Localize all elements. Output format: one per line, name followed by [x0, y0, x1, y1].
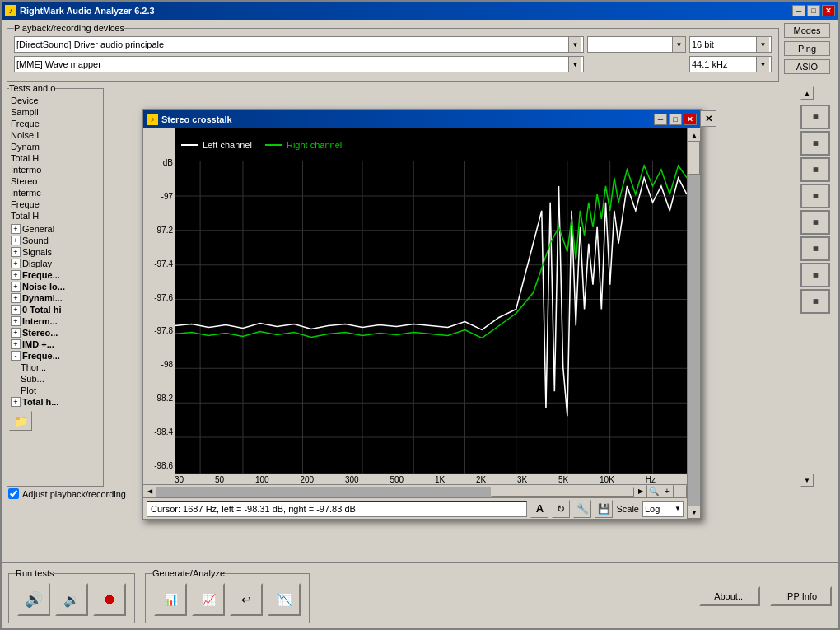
device1-combo[interactable]: [DirectSound] Driver audio principale ▼: [14, 36, 584, 53]
minimize-button[interactable]: ─: [792, 5, 805, 16]
side-btn-6[interactable]: ▦: [800, 236, 830, 261]
right-panel: ▲ ▦ ▦ ▦ ▦ ▦ ▦ ▦ ▦ ▼: [800, 83, 833, 487]
h-scroll-left[interactable]: ◀: [143, 485, 156, 498]
tree-expand-total-h2[interactable]: +: [11, 397, 21, 407]
tree-expand-frequency[interactable]: +: [11, 270, 21, 280]
h-scrollbar[interactable]: ◀ ▶ 🔍 + -: [143, 484, 687, 497]
side-btn-4[interactable]: ▦: [800, 184, 830, 208]
chart-with-yaxis: dB -97 -97.2 -97.4 -97.6 -97.8 -98 -98.2…: [143, 128, 687, 474]
bit-depth-arrow[interactable]: ▼: [756, 37, 769, 52]
about-button[interactable]: About...: [699, 586, 760, 606]
v-scroll-track[interactable]: [688, 142, 700, 506]
tree-signals[interactable]: + Signals: [9, 246, 101, 258]
tree-thor[interactable]: Thor...: [9, 362, 101, 373]
device1-extra-combo[interactable]: ▼: [587, 36, 686, 53]
playback-legend: Playback/recording devices: [14, 23, 124, 33]
intermod-label: Intermo: [11, 165, 41, 175]
tree-expand-sound[interactable]: +: [11, 236, 21, 245]
h-scroll-right[interactable]: ▶: [634, 485, 647, 498]
v-scroll-thumb[interactable]: [688, 142, 700, 175]
tree-stereo[interactable]: + Stereo...: [9, 327, 101, 338]
gen-btn-3[interactable]: ↩: [230, 583, 263, 616]
dialog-minimize-button[interactable]: ─: [654, 114, 667, 125]
sample-rate-arrow[interactable]: ▼: [756, 57, 769, 72]
tree-expand-interm[interactable]: +: [11, 316, 21, 326]
run-btn-2[interactable]: 🔉: [55, 583, 88, 616]
tree-expand-stereo[interactable]: +: [11, 328, 21, 338]
app-title: RightMark Audio Analyzer 6.2.3: [20, 6, 155, 16]
h-scroll-track[interactable]: [156, 487, 634, 497]
v-scroll-down[interactable]: ▼: [688, 506, 701, 519]
adjust-checkbox[interactable]: [8, 488, 19, 499]
dynamic-row: Dynam: [9, 141, 101, 152]
tree-sub[interactable]: Sub...: [9, 373, 101, 385]
save-button[interactable]: 💾: [595, 500, 613, 518]
zoom-out-button[interactable]: -: [674, 485, 687, 498]
tree-total-h[interactable]: + 0 Total hi: [9, 304, 101, 315]
tree-sound[interactable]: + Sound: [9, 235, 101, 246]
close-button[interactable]: ✕: [822, 5, 835, 16]
tree-imd[interactable]: + IMD +...: [9, 338, 101, 350]
legend-left: Left channel: [181, 140, 252, 150]
side-btn-8[interactable]: ▦: [800, 289, 830, 314]
side-btn-3[interactable]: ▦: [800, 157, 830, 182]
tree-plot[interactable]: Plot: [9, 385, 101, 396]
x-label-5k: 5K: [558, 475, 568, 484]
frequency-row: Freque: [9, 118, 101, 129]
title-bar-controls: ─ □ ✕: [792, 5, 835, 16]
h-scroll-thumb[interactable]: [491, 487, 634, 497]
tree-expand-total-h[interactable]: +: [11, 305, 21, 315]
tree-frequency[interactable]: + Freque...: [9, 269, 101, 281]
tree-frequency2[interactable]: - Freque...: [9, 350, 101, 362]
bit-depth-combo[interactable]: 16 bit ▼: [689, 36, 772, 53]
tree-expand-noise[interactable]: +: [11, 282, 21, 292]
device1-extra-arrow[interactable]: ▼: [672, 37, 685, 52]
ipp-button[interactable]: IPP Info: [770, 586, 832, 606]
x-label-50: 50: [215, 475, 224, 484]
refresh-button[interactable]: ↻: [552, 500, 570, 518]
side-btn-2[interactable]: ▦: [800, 131, 830, 156]
tree-expand-dynamic[interactable]: +: [11, 293, 21, 303]
tree-expand-signals[interactable]: +: [11, 247, 21, 257]
sample-rate-combo[interactable]: 44.1 kHz ▼: [689, 56, 772, 72]
v-scroll-up[interactable]: ▲: [688, 128, 701, 142]
device2-arrow[interactable]: ▼: [568, 57, 581, 72]
zoom-fit-button[interactable]: 🔍: [647, 485, 660, 498]
gen-btn-2[interactable]: 📈: [192, 583, 225, 616]
tree-expand-general[interactable]: +: [11, 224, 21, 234]
run-btn-1[interactable]: 🔊: [17, 583, 50, 616]
tree-display[interactable]: + Display: [9, 258, 101, 269]
gen-btn-1[interactable]: 📊: [154, 583, 187, 616]
zoom-in-button[interactable]: +: [660, 485, 674, 498]
maximize-button[interactable]: □: [807, 5, 820, 16]
settings-button[interactable]: 🔧: [573, 500, 591, 518]
tree-expand-display[interactable]: +: [11, 259, 21, 268]
folder-button[interactable]: 📁: [9, 411, 32, 431]
ping-button[interactable]: Ping: [784, 41, 830, 56]
scale-combo[interactable]: Log ▼: [642, 501, 684, 517]
device2-combo[interactable]: [MME] Wave mapper ▼: [14, 56, 584, 72]
gen-btn-4[interactable]: 📉: [268, 583, 301, 616]
scroll-down-button[interactable]: ▼: [800, 474, 814, 487]
asio-button[interactable]: ASIO: [784, 59, 830, 74]
device1-arrow[interactable]: ▼: [568, 37, 581, 52]
run-btn-3[interactable]: ⏺: [93, 583, 126, 616]
tree-interm[interactable]: + Interm...: [9, 315, 101, 327]
tree-general[interactable]: + General: [9, 223, 101, 235]
tree-expand-frequency2[interactable]: -: [11, 351, 21, 361]
tree-noise[interactable]: + Noise lo...: [9, 281, 101, 292]
tree-dynamic[interactable]: + Dynami...: [9, 292, 101, 304]
intermod2-row: Intermc: [9, 187, 101, 198]
font-button[interactable]: A: [530, 500, 548, 518]
dialog-maximize-button[interactable]: □: [669, 114, 682, 125]
external-close-button[interactable]: ✕: [700, 110, 716, 127]
side-btn-7[interactable]: ▦: [800, 263, 830, 287]
side-btn-5[interactable]: ▦: [800, 210, 830, 235]
bottom-bar: Run tests 🔊 🔉 ⏺ Generate/Analyze 📊 📈 ↩ 📉…: [2, 562, 838, 628]
tree-expand-imd[interactable]: +: [11, 339, 21, 349]
modes-button[interactable]: Modes: [784, 23, 830, 38]
tree-total-h2[interactable]: + Total h...: [9, 396, 101, 408]
dialog-close-button[interactable]: ✕: [684, 114, 697, 125]
side-btn-1[interactable]: ▦: [800, 105, 830, 129]
scroll-up-button[interactable]: ▲: [800, 86, 814, 100]
